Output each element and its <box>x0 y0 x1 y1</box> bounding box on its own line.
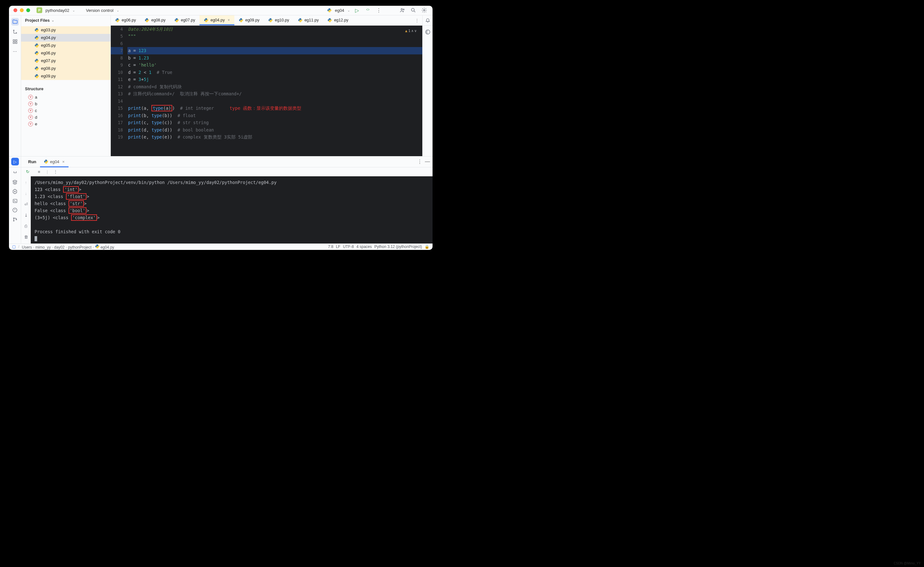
ai-assistant-icon[interactable] <box>424 28 431 36</box>
structure-list: VaVbVcVdVe <box>21 94 110 128</box>
interpreter[interactable]: Python 3.12 (pythonProject) <box>374 244 422 249</box>
console-side-tools: ↑ ↓ ⏎ ⤓ ⎙ 🗑 <box>21 176 31 243</box>
svg-point-14 <box>13 218 14 219</box>
editor-tab[interactable]: eg10.py <box>264 15 293 25</box>
run-left-tools <box>9 167 21 243</box>
structure-item[interactable]: Vc <box>21 107 110 114</box>
maximize-icon[interactable] <box>26 8 30 12</box>
services-icon[interactable] <box>11 178 19 186</box>
run-panel-header: ▷ Run eg04× ⋮ — <box>9 156 433 167</box>
main-row: ⋯ Project Files⌄ eg03.pyeg04.pyeg05.pyeg… <box>9 15 433 156</box>
cursor-position[interactable]: 7:8 <box>328 244 334 249</box>
trash-icon[interactable]: 🗑 <box>22 233 30 241</box>
more-icon[interactable]: ⋯ <box>11 48 19 56</box>
down-icon[interactable]: ↓ <box>22 190 30 197</box>
hexagon-icon[interactable] <box>11 188 19 195</box>
notifications-icon[interactable] <box>422 15 433 25</box>
project-view-selector[interactable]: Project Files⌄ <box>21 15 110 26</box>
tree-item[interactable]: eg08.py <box>21 64 110 72</box>
console-output[interactable]: /Users/mimo_yy/day02/pythonProject/venv/… <box>31 176 433 243</box>
run-toolbar-row: ↻ ■ | ⋮ <box>21 167 433 176</box>
code-pane[interactable]: ▲1∧∨ 45678910111213141516171819 Date:202… <box>111 26 422 156</box>
indent[interactable]: 4 spaces <box>356 244 372 249</box>
run-panel: ▷ Run eg04× ⋮ — ↻ ■ | ⋮ ↑ ↓ ⏎ ⤓ ⎙ 🗑 <box>9 156 433 243</box>
terminal-icon[interactable] <box>11 197 19 205</box>
run-icon[interactable]: ▷ <box>353 6 361 14</box>
settings-icon[interactable] <box>421 6 428 14</box>
svg-point-1 <box>403 9 404 10</box>
editor-tab[interactable]: eg09.py <box>234 15 264 25</box>
editor-tab[interactable]: eg06.py <box>111 15 140 25</box>
svg-point-16 <box>16 219 17 220</box>
version-control-button[interactable]: Version control <box>86 8 113 13</box>
structure-item[interactable]: Ve <box>21 121 110 128</box>
structure-icon[interactable] <box>11 38 19 45</box>
more-icon[interactable]: ⋮ <box>375 6 383 14</box>
tabs-more-icon[interactable]: ⋮ <box>412 15 422 25</box>
more-icon[interactable]: ⋮ <box>416 158 424 165</box>
tree-item[interactable]: eg06.py <box>21 49 110 57</box>
structure-item[interactable]: Vb <box>21 100 110 107</box>
run-label: Run <box>24 156 40 167</box>
svg-rect-8 <box>13 42 15 44</box>
svg-rect-9 <box>15 42 17 44</box>
svg-point-4 <box>13 30 14 31</box>
editor-tab[interactable]: eg12.py <box>323 15 353 25</box>
print-icon[interactable]: ⎙ <box>22 222 30 230</box>
python-console-icon[interactable] <box>11 169 19 177</box>
folder-icon[interactable] <box>11 18 19 26</box>
chevron-down-icon[interactable]: ⌄ <box>72 9 75 12</box>
close-icon[interactable] <box>14 8 17 12</box>
scroll-end-icon[interactable]: ⤓ <box>22 212 30 219</box>
rerun-icon[interactable]: ↻ <box>24 168 32 176</box>
debug-icon[interactable]: ⌔ <box>364 6 372 14</box>
project-icon: P <box>36 8 42 13</box>
structure-header: Structure <box>21 81 110 94</box>
tree-item[interactable]: eg04.py <box>21 34 110 42</box>
file-tree: eg03.pyeg04.pyeg05.pyeg06.pyeg07.pyeg08.… <box>21 26 110 81</box>
project-root-icon[interactable]: ▢ <box>12 244 16 249</box>
line-separator[interactable]: LF <box>336 244 340 249</box>
more-icon[interactable]: ⋮ <box>51 168 59 176</box>
problems-icon[interactable] <box>11 206 19 214</box>
tree-item[interactable]: eg05.py <box>21 42 110 49</box>
soft-wrap-icon[interactable]: ⏎ <box>22 201 30 208</box>
run-toolwindow-icon[interactable]: ▷ <box>11 158 19 165</box>
editor-body: ▲1∧∨ 45678910111213141516171819 Date:202… <box>111 26 433 156</box>
git-icon[interactable] <box>11 216 19 224</box>
minimize-icon[interactable] <box>20 8 24 12</box>
breadcrumbs[interactable]: Users › mimo_yy › day02 › pythonProject … <box>22 244 114 250</box>
svg-rect-6 <box>13 40 15 41</box>
chevron-down-icon[interactable]: ⌄ <box>347 9 350 12</box>
editor-tab[interactable]: eg11.py <box>294 15 323 25</box>
stop-icon[interactable]: ■ <box>35 168 43 176</box>
editor-area: eg06.pyeg08.pyeg07.pyeg04.py×eg09.pyeg10… <box>111 15 433 156</box>
tree-item[interactable]: eg09.py <box>21 72 110 80</box>
variable-icon: V <box>28 108 33 113</box>
close-icon[interactable]: × <box>228 18 230 22</box>
run-config-label[interactable]: eg04 <box>335 8 344 13</box>
structure-item[interactable]: Vd <box>21 114 110 121</box>
people-icon[interactable] <box>399 6 406 14</box>
encoding[interactable]: UTF-8 <box>343 244 354 249</box>
project-name[interactable]: pythonday02 <box>45 8 69 13</box>
up-icon[interactable]: ↑ <box>22 179 30 186</box>
tree-item[interactable]: eg07.py <box>21 57 110 64</box>
svg-point-10 <box>425 30 430 34</box>
editor-tab[interactable]: eg04.py× <box>200 15 234 25</box>
search-icon[interactable] <box>410 6 417 14</box>
run-tab[interactable]: eg04× <box>40 156 69 167</box>
variable-icon: V <box>28 95 33 99</box>
statusbar: ▢/ Users › mimo_yy › day02 › pythonProje… <box>9 243 433 250</box>
lock-icon[interactable]: 🔒 <box>425 244 429 249</box>
editor-tab[interactable]: eg07.py <box>170 15 200 25</box>
minimize-panel-icon[interactable]: — <box>424 158 431 165</box>
tree-item[interactable]: eg03.py <box>21 26 110 34</box>
scm-icon[interactable] <box>11 28 19 36</box>
structure-item[interactable]: Va <box>21 94 110 100</box>
svg-point-11 <box>14 191 15 192</box>
editor-tabstrip: eg06.pyeg08.pyeg07.pyeg04.py×eg09.pyeg10… <box>111 15 433 26</box>
chevron-down-icon[interactable]: ⌄ <box>117 9 119 12</box>
editor-tab[interactable]: eg08.py <box>140 15 170 25</box>
python-icon <box>327 8 332 12</box>
